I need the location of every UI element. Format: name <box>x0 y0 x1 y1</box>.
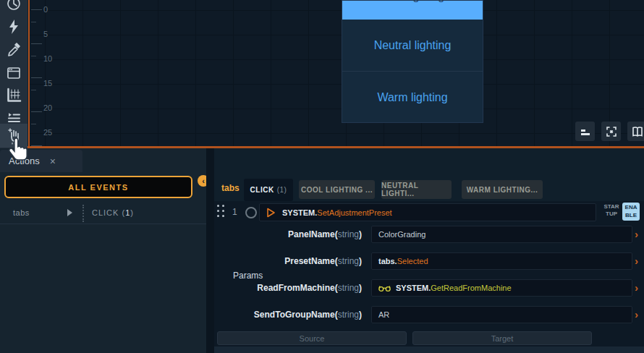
clock-icon <box>6 0 22 13</box>
grid-ruler-icon <box>6 88 22 103</box>
app-window: 0 5 10 15 20 25 Cool lighting Neutral li… <box>0 0 644 353</box>
ruler-minor-ticks <box>31 0 36 146</box>
fit-view-icon <box>605 125 618 138</box>
param-name-sendtogroupname: SendToGroupName(string) <box>214 310 362 320</box>
action-index: 1 <box>232 207 237 217</box>
tab-click[interactable]: CLICK(1) <box>244 179 293 201</box>
event-source-label: tabs <box>13 208 30 217</box>
glasses-icon <box>378 284 391 292</box>
menu-item-cool-lighting-selected[interactable]: Cool lighting <box>342 1 483 20</box>
param-name-panelname: PanelName(string) <box>214 229 362 239</box>
book-icon <box>631 125 644 138</box>
mouse-cursor-hand <box>7 137 30 170</box>
tab-neutral-lighting[interactable]: NEUTRAL LIGHTI... <box>381 180 452 199</box>
menu-item-warm-lighting[interactable]: Warm lighting <box>342 72 483 123</box>
param-value-sendtogroupname[interactable]: AR <box>371 306 632 323</box>
params-section-label: Params <box>233 271 263 281</box>
lightning-icon <box>6 19 22 35</box>
ruler-label: 25 <box>43 128 62 137</box>
event-row-tabs-click[interactable]: tabs CLICK (1) <box>0 203 206 224</box>
canvas-left-border <box>28 0 30 147</box>
source-button[interactable]: Source <box>217 331 407 345</box>
startup-toggle[interactable]: STARTUP <box>601 203 622 218</box>
menu-item-label: Cool lighting <box>342 1 483 3</box>
action-radio[interactable] <box>245 207 257 218</box>
chevron-right-icon[interactable]: › <box>635 308 644 320</box>
book-view-button[interactable] <box>627 122 644 141</box>
close-icon[interactable]: × <box>50 156 56 167</box>
fit-view-button[interactable] <box>601 122 621 141</box>
drag-handle[interactable] <box>217 205 226 219</box>
align-view-button[interactable] <box>575 122 595 141</box>
enable-toggle[interactable]: ENABLE <box>622 203 640 221</box>
target-button[interactable]: Target <box>412 331 592 345</box>
ruler-label: 0 <box>43 5 62 14</box>
playlist-icon <box>6 109 22 125</box>
tab-warm-lighting[interactable]: WARM LIGHTING... <box>462 180 543 199</box>
left-toolbar <box>0 0 27 148</box>
lightning-tool-button[interactable] <box>0 16 27 38</box>
action-detail-block <box>214 201 644 346</box>
grid-tool-button[interactable] <box>0 85 27 106</box>
menu-item-neutral-lighting[interactable]: Neutral lighting <box>342 20 483 71</box>
command-prefix: SYSTEM. <box>282 208 317 217</box>
param-value-presetname[interactable]: tabs.Selected <box>371 252 632 270</box>
eyedropper-icon <box>6 42 22 58</box>
play-icon <box>266 208 276 218</box>
tab-cool-lighting[interactable]: COOL LIGHTING ... <box>299 180 375 199</box>
param-name-presetname: PresetName(string) <box>214 256 362 266</box>
eyedropper-tool-button[interactable] <box>0 39 27 61</box>
panel-divider[interactable] <box>206 148 214 353</box>
chevron-right-icon[interactable]: › <box>635 281 644 294</box>
ruler-label: 5 <box>43 30 62 38</box>
ruler-label: 10 <box>43 54 62 63</box>
design-canvas[interactable] <box>30 0 644 146</box>
group-label: tabs <box>221 183 240 193</box>
event-name-label: CLICK (1) <box>92 208 134 217</box>
bottom-scrollbar-strip[interactable] <box>214 346 644 353</box>
ruler-label: 15 <box>43 79 62 88</box>
dotted-divider <box>82 205 84 222</box>
all-events-button[interactable]: ALL EVENTS <box>4 176 192 198</box>
arrow-right-icon <box>67 209 72 216</box>
param-name-readfrommachine: ReadFromMachine(string) <box>214 283 362 293</box>
window-tool-button[interactable] <box>0 62 27 84</box>
clock-tool-button[interactable] <box>0 0 27 16</box>
lighting-preset-menu: Cool lighting Neutral lighting Warm ligh… <box>342 0 483 123</box>
chevron-right-icon[interactable]: › <box>635 255 644 267</box>
ruler-label: 20 <box>43 103 62 112</box>
browser-window-icon <box>6 65 22 81</box>
align-bottom-icon <box>579 125 592 138</box>
action-command-field[interactable]: SYSTEM.SetAdjustmentPreset <box>259 203 596 221</box>
command-name: SetAdjustmentPreset <box>317 208 391 217</box>
param-value-panelname[interactable]: ColorGrading <box>371 226 632 243</box>
chevron-right-icon[interactable]: › <box>635 228 644 240</box>
param-value-readfrommachine[interactable]: SYSTEM.GetReadFromMachine <box>371 279 632 297</box>
